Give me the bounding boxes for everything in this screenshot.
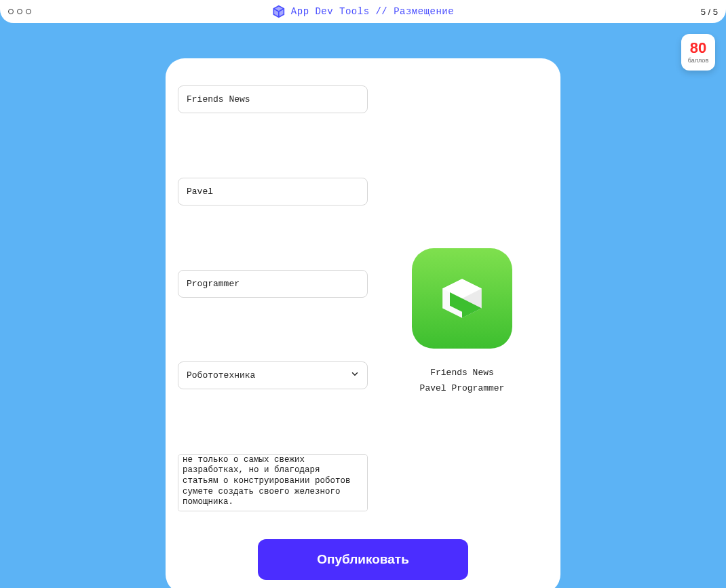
window-dot-icon[interactable]	[17, 9, 22, 14]
first-name-input[interactable]	[178, 178, 368, 205]
preview-column: Friends News Pavel Programmer	[376, 85, 548, 515]
top-bar: App Dev Tools // Размещение 5 / 5	[0, 0, 726, 23]
window-controls[interactable]	[8, 9, 31, 14]
app-name-input[interactable]	[178, 85, 368, 113]
description-textarea[interactable]: робототехники. Здесь вы узнаете не тольк…	[178, 454, 368, 511]
score-label: баллов	[688, 57, 708, 64]
category-select-wrap[interactable]: Робототехника	[178, 361, 368, 389]
cube-icon	[272, 5, 286, 18]
window-dot-icon[interactable]	[8, 9, 14, 14]
page-counter: 5 / 5	[701, 7, 718, 17]
page-title: App Dev Tools // Размещение	[291, 6, 454, 17]
score-badge: 80 баллов	[681, 34, 715, 71]
window-dot-icon[interactable]	[26, 9, 31, 14]
topbar-title-group: App Dev Tools // Размещение	[272, 5, 454, 18]
score-value: 80	[690, 41, 706, 56]
app-icon	[412, 248, 512, 349]
last-name-input[interactable]	[178, 270, 368, 298]
preview-author: Pavel Programmer	[420, 383, 505, 393]
preview-app-name: Friends News	[430, 368, 494, 378]
form-left-column: Робототехника робототехники. Здесь вы уз…	[178, 85, 368, 515]
publish-button[interactable]: Опубликовать	[258, 539, 468, 580]
category-select[interactable]: Робототехника	[178, 361, 368, 389]
form-card: Робототехника робототехники. Здесь вы уз…	[166, 58, 560, 588]
